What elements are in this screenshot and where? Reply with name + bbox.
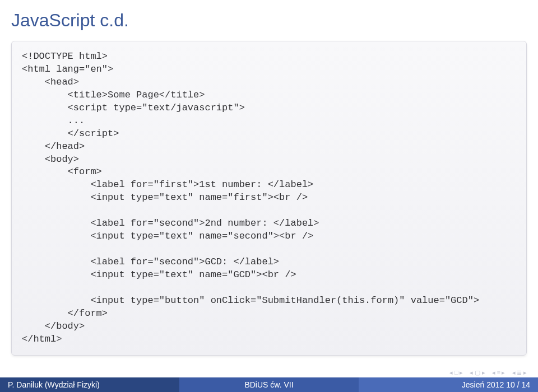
code-content: <!DOCTYPE html> <html lang="en"> <head> … xyxy=(22,50,516,346)
footer-course: BDiUS ćw. VII xyxy=(179,377,359,392)
nav-prev-icon2: ◂ ▢ ▸ xyxy=(470,369,485,376)
footer-page: Jesień 2012 10 / 14 xyxy=(359,377,538,392)
nav-next-icon2: ◂ ≣ ▸ xyxy=(512,369,527,376)
nav-symbols: ◂ □ ▸ ◂ ▢ ▸ ◂ ≡ ▸ ◂ ≣ ▸ xyxy=(449,369,527,376)
nav-prev-icon: ◂ □ ▸ xyxy=(449,369,463,376)
slide-title: JavaScript c.d. xyxy=(0,0,538,36)
footer-author: P. Daniluk (Wydział Fizyki) xyxy=(0,377,179,392)
footer: P. Daniluk (Wydział Fizyki) BDiUS ćw. VI… xyxy=(0,377,538,392)
nav-next-icon: ◂ ≡ ▸ xyxy=(492,369,505,376)
code-block: <!DOCTYPE html> <html lang="en"> <head> … xyxy=(11,41,527,356)
